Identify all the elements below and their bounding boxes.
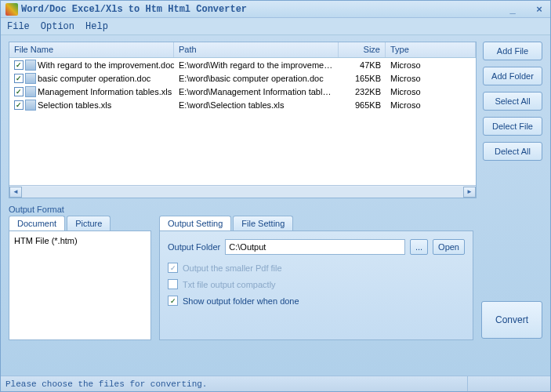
delect-all-button[interactable]: Delect All	[483, 142, 542, 161]
select-all-button[interactable]: Select All	[483, 92, 542, 111]
label-txt-compact: Txt file output compactly	[183, 280, 276, 289]
checkbox-show-folder[interactable]	[168, 296, 178, 306]
tab-file-setting[interactable]: File Setting	[233, 216, 293, 230]
file-path: E:\word\Management Information tables...	[174, 86, 339, 97]
window-controls: _ ×	[506, 3, 546, 16]
file-size: 165KB	[339, 73, 386, 84]
horizontal-scrollbar[interactable]: ◄ ►	[9, 185, 476, 198]
file-type: Microso	[386, 86, 476, 97]
tab-document[interactable]: Document	[9, 216, 65, 230]
file-list-header: File Name Path Size Type	[9, 42, 476, 58]
option-txt-compact: Txt file output compactly	[168, 279, 465, 289]
file-icon	[25, 100, 36, 111]
row-checkbox[interactable]: ✓	[14, 60, 24, 70]
format-tab-body: HTM File (*.htm)	[9, 230, 151, 340]
output-section: Output Format Document Picture HTM File …	[9, 205, 542, 340]
browse-button[interactable]: ...	[410, 239, 428, 255]
scroll-track[interactable]	[22, 187, 463, 198]
minimize-button[interactable]: _	[506, 3, 519, 16]
file-rows: ✓With regard to the improvement.docE:\wo…	[9, 58, 476, 185]
output-folder-input[interactable]	[225, 239, 405, 255]
file-name: basic computer operation.doc	[38, 74, 150, 83]
settings-body: Output Folder ... Open Output the smalle…	[159, 230, 473, 340]
convert-button[interactable]: Convert	[481, 301, 542, 339]
main-area: File Name Path Size Type ✓With regard to…	[1, 35, 550, 376]
titlebar: Word/Doc Excel/Xls to Htm Html Converter…	[1, 1, 550, 18]
file-size: 965KB	[339, 100, 386, 111]
menu-file[interactable]: File	[7, 21, 30, 32]
menubar: File Option Help	[1, 18, 550, 35]
file-size: 232KB	[339, 86, 386, 97]
label-show-folder: Show output folder when done	[183, 296, 299, 306]
file-path: E:\word\basic computer operation.doc	[174, 73, 339, 84]
file-type: Microso	[386, 60, 476, 71]
file-size: 47KB	[339, 60, 386, 71]
top-row: File Name Path Size Type ✓With regard to…	[9, 42, 542, 198]
file-type: Microso	[386, 73, 476, 84]
col-header-name[interactable]: File Name	[9, 42, 174, 57]
file-icon	[25, 60, 36, 71]
scroll-left-arrow[interactable]: ◄	[9, 187, 22, 198]
col-header-size[interactable]: Size	[339, 42, 386, 57]
format-item-htm[interactable]: HTM File (*.htm)	[14, 236, 146, 245]
scroll-right-arrow[interactable]: ►	[463, 187, 476, 198]
tab-output-setting[interactable]: Output Setting	[159, 216, 231, 230]
file-name: With regard to the improvement.doc	[38, 60, 174, 70]
app-title: Word/Doc Excel/Xls to Htm Html Converter	[21, 4, 247, 15]
file-icon	[25, 73, 36, 84]
file-name: Selection tables.xls	[38, 100, 111, 110]
statusbar: Please choose the files for converting.	[1, 376, 550, 391]
output-folder-row: Output Folder ... Open	[168, 239, 465, 255]
row-checkbox[interactable]: ✓	[14, 87, 24, 96]
file-type: Microso	[386, 100, 476, 111]
table-row[interactable]: ✓basic computer operation.docE:\word\bas…	[9, 71, 476, 85]
format-panel: Document Picture HTM File (*.htm)	[9, 216, 151, 340]
menu-help[interactable]: Help	[85, 21, 108, 32]
file-list-panel: File Name Path Size Type ✓With regard to…	[9, 42, 477, 198]
side-buttons: Add File Add Folder Select All Delect Fi…	[483, 42, 542, 198]
output-format-label: Output Format	[9, 205, 542, 214]
row-checkbox[interactable]: ✓	[14, 74, 24, 83]
tab-picture[interactable]: Picture	[67, 216, 111, 230]
label-smaller-pdf: Output the smaller Pdf file	[183, 263, 282, 273]
option-show-folder[interactable]: Show output folder when done	[168, 296, 465, 306]
option-smaller-pdf: Output the smaller Pdf file	[168, 263, 465, 273]
row-checkbox[interactable]: ✓	[14, 100, 24, 110]
settings-tabs: Output Setting File Setting	[159, 216, 473, 230]
checkbox-smaller-pdf	[168, 263, 178, 273]
file-icon	[25, 86, 36, 97]
menu-option[interactable]: Option	[41, 21, 74, 32]
col-header-path[interactable]: Path	[174, 42, 339, 57]
file-name: Management Information tables.xls	[38, 87, 172, 96]
delect-file-button[interactable]: Delect File	[483, 117, 542, 136]
convert-panel: Convert	[481, 216, 542, 340]
status-text: Please choose the files for converting.	[5, 379, 207, 389]
add-folder-button[interactable]: Add Folder	[483, 67, 542, 85]
output-folder-label: Output Folder	[168, 242, 220, 252]
close-button[interactable]: ×	[533, 3, 546, 16]
settings-panel: Output Setting File Setting Output Folde…	[159, 216, 473, 340]
file-path: E:\word\Selection tables.xls	[174, 100, 339, 111]
checkbox-txt-compact	[168, 279, 178, 289]
bottom-row: Document Picture HTM File (*.htm) Output…	[9, 216, 542, 340]
col-header-type[interactable]: Type	[386, 42, 476, 57]
format-tabs: Document Picture	[9, 216, 151, 230]
app-icon	[5, 3, 18, 16]
add-file-button[interactable]: Add File	[483, 42, 542, 60]
open-button[interactable]: Open	[433, 239, 465, 255]
table-row[interactable]: ✓With regard to the improvement.docE:\wo…	[9, 58, 476, 71]
app-window: Word/Doc Excel/Xls to Htm Html Converter…	[0, 0, 551, 392]
file-path: E:\word\With regard to the improvement..…	[174, 60, 339, 71]
table-row[interactable]: ✓Management Information tables.xlsE:\wor…	[9, 85, 476, 98]
status-separator	[467, 376, 546, 391]
table-row[interactable]: ✓Selection tables.xlsE:\word\Selection t…	[9, 98, 476, 111]
